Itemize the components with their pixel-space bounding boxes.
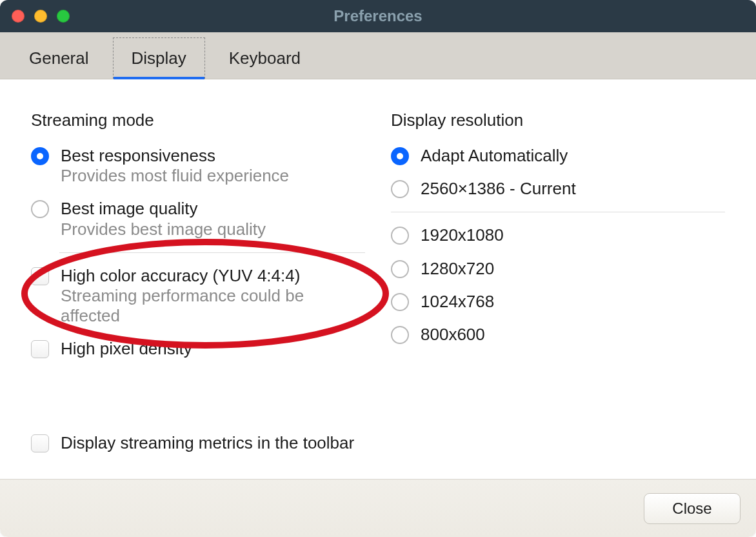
minimize-window-icon[interactable] [34,10,47,23]
traffic-lights [12,10,70,23]
content-area: Streaming mode Best responsiveness Provi… [0,79,756,479]
resolution-1024x768-label: 1024x768 [421,292,494,312]
option-resolution-1024x768[interactable]: 1024x768 [391,292,725,312]
window-title: Preferences [0,7,756,25]
tab-strip: General Display Keyboard [0,32,756,79]
radio-icon [391,326,409,344]
radio-icon [391,180,409,198]
option-resolution-current[interactable]: 2560×1386 - Current [391,179,725,199]
best-image-quality-label: Best image quality [61,199,266,219]
tab-display-label: Display [132,48,186,68]
option-high-pixel-density[interactable]: High pixel density [31,339,365,359]
close-window-icon[interactable] [12,10,25,23]
option-best-responsiveness[interactable]: Best responsiveness Provides most fluid … [31,146,365,186]
best-responsiveness-label: Best responsiveness [61,146,289,166]
resolution-800x600-label: 800x600 [421,325,485,345]
radio-icon [391,260,409,278]
tab-keyboard[interactable]: Keyboard [210,37,319,79]
high-pixel-density-label: High pixel density [61,339,192,359]
display-resolution-title: Display resolution [391,110,725,130]
option-display-streaming-metrics[interactable]: Display streaming metrics in the toolbar [31,433,354,453]
zoom-window-icon[interactable] [57,10,70,23]
option-best-image-quality[interactable]: Best image quality Provides best image q… [31,199,365,239]
tab-general[interactable]: General [10,37,108,79]
adapt-automatically-label: Adapt Automatically [421,146,568,166]
tab-keyboard-label: Keyboard [229,48,301,68]
close-button-label: Close [672,500,711,518]
radio-icon [391,293,409,311]
radio-icon [31,200,49,218]
streaming-mode-title: Streaming mode [31,110,365,130]
resolution-1280x720-label: 1280x720 [421,259,494,279]
checkbox-icon [31,434,49,452]
option-high-color-accuracy[interactable]: High color accuracy (YUV 4:4:4) Streamin… [31,266,365,327]
resolution-current-label: 2560×1386 - Current [421,179,576,199]
radio-icon [31,147,49,165]
tab-display[interactable]: Display [113,37,205,79]
display-streaming-metrics-label: Display streaming metrics in the toolbar [61,433,354,453]
option-resolution-1280x720[interactable]: 1280x720 [391,259,725,279]
divider [391,212,725,212]
footer-bar: Close [0,479,756,537]
best-image-quality-sub: Provides best image quality [61,219,266,239]
display-resolution-section: Display resolution Adapt Automatically 2… [391,110,725,479]
high-color-accuracy-sub: Streaming performance could be affected [61,286,365,326]
tab-general-label: General [29,48,89,68]
high-color-accuracy-label: High color accuracy (YUV 4:4:4) [61,266,365,286]
option-resolution-800x600[interactable]: 800x600 [391,325,725,345]
streaming-mode-section: Streaming mode Best responsiveness Provi… [31,110,365,479]
best-responsiveness-sub: Provides most fluid experience [61,166,289,186]
checkbox-icon [31,340,49,358]
close-button[interactable]: Close [644,493,741,524]
option-resolution-1920x1080[interactable]: 1920x1080 [391,225,725,245]
checkbox-icon [31,267,49,285]
resolution-1920x1080-label: 1920x1080 [421,225,504,245]
divider [59,252,365,253]
option-adapt-automatically[interactable]: Adapt Automatically [391,146,725,166]
radio-icon [391,147,409,165]
radio-icon [391,227,409,245]
title-bar: Preferences [0,0,756,32]
preferences-window: Preferences General Display Keyboard Str… [0,0,756,537]
